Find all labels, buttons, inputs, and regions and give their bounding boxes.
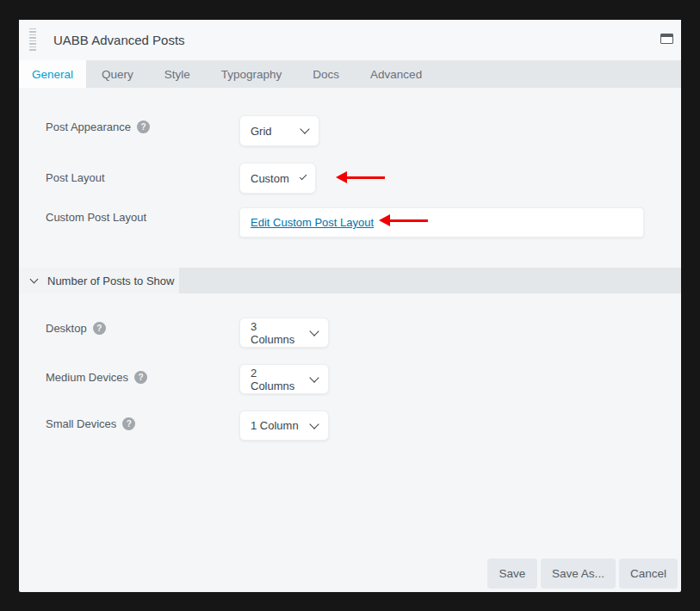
post-appearance-label-row: Post Appearance ? (46, 120, 150, 133)
post-layout-select[interactable]: Custom (239, 163, 316, 194)
medium-columns-value: 2 Columns (251, 367, 299, 392)
chevron-down-icon (309, 373, 319, 382)
section-header-tab[interactable]: Number of Posts to Show (19, 268, 179, 293)
post-appearance-select[interactable]: Grid (239, 115, 319, 146)
small-columns-value: 1 Column (251, 419, 299, 432)
panel-title: UABB Advanced Posts (53, 20, 185, 60)
save-button[interactable]: Save (487, 559, 537, 589)
medium-devices-label-row: Medium Devices ? (46, 371, 147, 384)
tab-general[interactable]: General (19, 60, 86, 88)
desktop-columns-select[interactable]: 3 Columns (239, 318, 329, 348)
post-appearance-value: Grid (251, 125, 289, 138)
help-icon[interactable]: ? (93, 322, 106, 335)
medium-columns-select[interactable]: 2 Columns (239, 364, 329, 394)
chevron-down-icon (309, 326, 319, 336)
chevron-down-icon (309, 419, 319, 429)
chevron-down-icon (300, 124, 309, 133)
tab-docs[interactable]: Docs (297, 60, 355, 88)
custom-post-layout-label-row: Custom Post Layout (46, 211, 146, 224)
custom-post-layout-field: Edit Custom Post Layout (239, 207, 644, 238)
section-number-of-posts[interactable]: Number of Posts to Show (19, 268, 681, 293)
small-columns-select[interactable]: 1 Column (239, 410, 329, 441)
tab-typography[interactable]: Typography (206, 60, 298, 88)
drag-handle-icon[interactable] (29, 28, 36, 52)
post-layout-label: Post Layout (46, 171, 105, 184)
edit-custom-post-layout-link[interactable]: Edit Custom Post Layout (251, 216, 374, 229)
arrow-head-icon (336, 171, 347, 183)
arrow-shaft (347, 176, 385, 179)
section-title: Number of Posts to Show (47, 275, 174, 287)
arrow-head-icon (379, 214, 390, 226)
tab-advanced[interactable]: Advanced (355, 60, 437, 88)
help-icon[interactable]: ? (137, 120, 150, 133)
post-layout-label-row: Post Layout (46, 171, 105, 184)
help-icon[interactable]: ? (134, 371, 147, 384)
desktop-label-row: Desktop ? (46, 322, 106, 335)
desktop-label: Desktop (46, 322, 87, 335)
arrow-shaft (390, 219, 428, 222)
tab-bar: General Query Style Typography Docs Adva… (19, 60, 681, 88)
tab-query[interactable]: Query (86, 60, 149, 88)
small-devices-label: Small Devices (46, 417, 116, 430)
custom-post-layout-label: Custom Post Layout (46, 211, 146, 224)
desktop-columns-value: 3 Columns (251, 320, 299, 346)
annotation-arrow-custom-layout (379, 214, 428, 226)
chevron-down-icon (300, 173, 307, 181)
cancel-button[interactable]: Cancel (619, 559, 678, 589)
annotation-arrow-post-layout (336, 171, 385, 183)
medium-devices-label: Medium Devices (46, 371, 128, 384)
help-icon[interactable]: ? (122, 417, 135, 430)
window-mode-icon[interactable] (660, 34, 673, 44)
panel-header: UABB Advanced Posts (19, 20, 681, 60)
save-as-button[interactable]: Save As... (541, 559, 616, 589)
small-devices-label-row: Small Devices ? (46, 417, 135, 430)
post-layout-value: Custom (251, 172, 289, 185)
chevron-down-icon (30, 275, 39, 284)
settings-panel: UABB Advanced Posts General Query Style … (19, 20, 681, 592)
post-appearance-label: Post Appearance (46, 120, 131, 133)
tab-style[interactable]: Style (149, 60, 206, 88)
